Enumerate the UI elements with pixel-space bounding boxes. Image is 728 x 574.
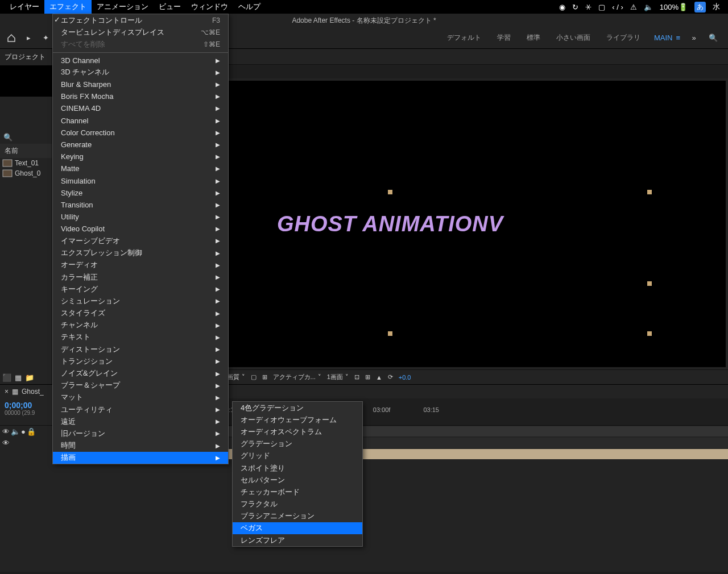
transform-handle[interactable] xyxy=(647,331,652,336)
project-search-input[interactable] xyxy=(15,134,48,142)
home-icon[interactable] xyxy=(5,31,18,45)
menu-item-category[interactable]: オーディオ▶ xyxy=(53,259,228,271)
wifi-icon[interactable]: ⚠︎ xyxy=(627,0,640,14)
menu-window[interactable]: ウィンドウ xyxy=(186,0,233,14)
menu-item-category[interactable]: テキスト▶ xyxy=(53,331,228,343)
transform-handle[interactable] xyxy=(388,190,392,194)
menu-item-category[interactable]: 旧バージョン▶ xyxy=(53,427,228,439)
exposure-value[interactable]: +0.0 xyxy=(399,374,411,381)
menu-item-category[interactable]: 遠近▶ xyxy=(53,415,228,427)
misc-icon[interactable]: ⊡ xyxy=(354,373,359,381)
menu-item-effect[interactable]: オーディオウェーブフォーム xyxy=(233,414,362,426)
menu-item-category[interactable]: Transition▶ xyxy=(53,199,228,211)
menu-item-category[interactable]: 時間▶ xyxy=(53,440,228,452)
menu-item-effect[interactable]: フラクタル xyxy=(233,498,362,510)
menu-item-category[interactable]: ユーティリティ▶ xyxy=(53,404,228,415)
misc-icon[interactable]: ⟳ xyxy=(388,373,393,381)
project-tab[interactable]: プロジェクト xyxy=(0,49,52,65)
menu-item-category[interactable]: チャンネル▶ xyxy=(53,319,228,331)
asset-row[interactable]: Text_01 xyxy=(0,158,52,168)
menu-item-effect[interactable]: チェッカーボード xyxy=(233,486,362,498)
menu-item-category[interactable]: スタイライズ▶ xyxy=(53,307,228,319)
preview-icon[interactable]: ▢ xyxy=(251,373,257,381)
airplay-icon[interactable]: ▢ xyxy=(595,0,609,14)
timeline-tab[interactable]: Ghost_ xyxy=(22,388,44,396)
menu-item-category[interactable]: Keying▶ xyxy=(53,151,228,163)
menu-item-turbulent-displace[interactable]: タービュレントディスプレイス ⌥⌘E xyxy=(53,26,228,38)
menu-item-effect-controls[interactable]: ✓エフェクトコントロール F3 xyxy=(53,14,228,26)
menu-item-category[interactable]: Channel▶ xyxy=(53,115,228,127)
menu-item-category[interactable]: シミュレーション▶ xyxy=(53,295,228,307)
menu-item-category[interactable]: Video Copilot▶ xyxy=(53,223,228,235)
misc-icon[interactable]: ⊞ xyxy=(365,373,370,381)
solo-icon[interactable]: ● xyxy=(21,427,26,436)
ime-indicator[interactable]: あ xyxy=(691,0,709,14)
menu-item-category[interactable]: Utility▶ xyxy=(53,211,228,223)
menu-item-category[interactable]: 3D チャンネル▶ xyxy=(53,66,228,78)
volume-icon[interactable]: 🔈 xyxy=(640,0,656,14)
transform-handle[interactable] xyxy=(647,190,652,194)
bluetooth-icon[interactable]: ⚹ xyxy=(582,0,595,14)
transform-handle[interactable] xyxy=(388,331,392,336)
views-dropdown[interactable]: 1画面 ˅ xyxy=(327,373,349,381)
menu-item-category[interactable]: CINEMA 4D▶ xyxy=(53,102,228,114)
menu-item-category[interactable]: Simulation▶ xyxy=(53,174,228,186)
bpc-icon[interactable]: ▦ xyxy=(15,373,22,382)
menu-item-category[interactable]: マット▶ xyxy=(53,392,228,404)
menu-item-category[interactable]: Stylize▶ xyxy=(53,187,228,199)
chevrons-icon[interactable]: » xyxy=(687,31,701,45)
new-folder-icon[interactable]: 📁 xyxy=(25,373,34,382)
workspace-standard[interactable]: 標準 xyxy=(520,31,547,45)
menu-effect[interactable]: エフェクト xyxy=(44,0,92,14)
menu-help[interactable]: ヘルプ xyxy=(233,0,266,14)
menu-item-effect[interactable]: レンズフレア xyxy=(233,534,362,546)
menu-item-category[interactable]: キーイング▶ xyxy=(53,283,228,295)
audio-icon[interactable]: 🔈 xyxy=(11,427,20,436)
canvas-text-layer[interactable]: GHOST ANIMATIONV xyxy=(277,212,503,236)
workspace-learn[interactable]: 学習 xyxy=(490,31,518,45)
menu-item-effect[interactable]: セルパターン xyxy=(233,474,362,486)
search-icon[interactable]: 🔍 xyxy=(706,31,720,45)
eye-icon[interactable]: 👁 xyxy=(2,439,10,447)
menu-item-category[interactable]: エクスプレッション制御▶ xyxy=(53,247,228,259)
menu-item-category[interactable]: Boris FX Mocha▶ xyxy=(53,90,228,102)
menu-item-effect[interactable]: 4色グラデーション xyxy=(233,402,362,414)
date-day[interactable]: 水 xyxy=(709,0,723,14)
selection-tool-icon[interactable]: ▸ xyxy=(22,31,35,45)
menu-layer[interactable]: レイヤー xyxy=(5,0,44,14)
menu-item-category[interactable]: イマーシブビデオ▶ xyxy=(53,235,228,247)
menu-item-category[interactable]: Matte▶ xyxy=(53,163,228,174)
menu-item-category[interactable]: 3D Channel▶ xyxy=(53,55,228,66)
menu-item-category[interactable]: カラー補正▶ xyxy=(53,271,228,283)
workspace-main[interactable]: MAIN ≡ xyxy=(650,31,685,44)
workspace-small[interactable]: 小さい画面 xyxy=(549,31,597,45)
interpret-footage-icon[interactable]: ⬛ xyxy=(2,373,11,382)
camera-dropdown[interactable]: アクティブカ... ˅ xyxy=(273,373,321,381)
menu-item-effect[interactable]: グリッド xyxy=(233,450,362,462)
menu-item-category[interactable]: Generate▶ xyxy=(53,139,228,151)
menu-item-category[interactable]: Color Correction▶ xyxy=(53,127,228,139)
menu-animation[interactable]: アニメーション xyxy=(92,0,154,14)
menu-item-category[interactable]: ディストーション▶ xyxy=(53,343,228,355)
time-machine-icon[interactable]: ↻ xyxy=(569,0,582,14)
menu-item-category[interactable]: トランジション▶ xyxy=(53,355,228,367)
close-tab-icon[interactable]: × xyxy=(5,388,9,396)
misc-icon[interactable]: ▲ xyxy=(376,374,382,381)
menu-item-effect[interactable]: ベガス xyxy=(233,522,362,534)
eye-icon[interactable]: 👁 xyxy=(2,427,10,436)
menu-item-effect[interactable]: オーディオスペクトラム xyxy=(233,426,362,438)
battery-percent[interactable]: 100% 🔋 xyxy=(656,0,691,14)
menu-item-effect[interactable]: スポイト塗り xyxy=(233,462,362,474)
transform-handle[interactable] xyxy=(647,281,652,286)
menu-item-effect[interactable]: グラデーション xyxy=(233,438,362,450)
menu-item-category[interactable]: 描画▶ xyxy=(53,452,228,464)
menu-view[interactable]: ビュー xyxy=(154,0,186,14)
timecode[interactable]: 0;00;00 xyxy=(5,401,48,410)
menu-extra-icon[interactable]: ‹ / › xyxy=(609,0,627,14)
toggle-icon[interactable]: ⊞ xyxy=(262,373,267,381)
workspace-library[interactable]: ライブラリ xyxy=(599,31,647,45)
workspace-default[interactable]: デフォルト xyxy=(440,31,488,45)
menu-item-effect[interactable]: ブラシアニメーション xyxy=(233,510,362,522)
asset-row[interactable]: Ghost_0 xyxy=(0,168,52,178)
lock-icon[interactable]: 🔒 xyxy=(27,427,36,436)
